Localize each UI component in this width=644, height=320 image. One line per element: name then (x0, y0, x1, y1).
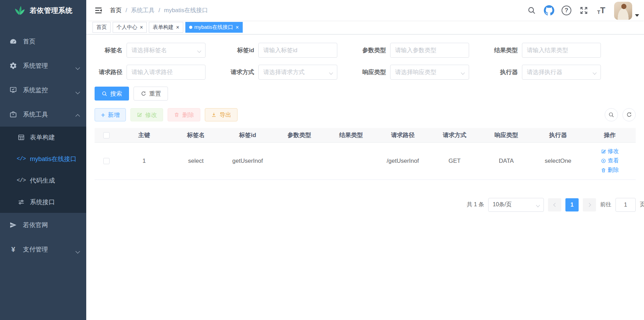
github-icon[interactable] (542, 3, 556, 18)
reset-button[interactable]: 重置 (134, 87, 168, 101)
table-header-row: 主键 标签名 标签id 参数类型 结果类型 请求路径 请求方式 响应类型 执行器… (95, 128, 636, 142)
export-button[interactable]: 导出 (205, 108, 238, 121)
field-label: 响应类型 (358, 68, 386, 76)
column-header: 参数类型 (273, 128, 325, 142)
tag-name-select[interactable]: 请选择标签名 (127, 43, 206, 58)
form-item-request-method: 请求方式 请选择请求方式 (226, 65, 337, 80)
refresh-icon (140, 91, 146, 97)
tab-home[interactable]: 首页 (92, 22, 111, 33)
column-header: 响应类型 (481, 128, 532, 142)
close-icon[interactable]: × (235, 24, 239, 31)
data-table: 主键 标签名 标签id 参数类型 结果类型 请求路径 请求方式 响应类型 执行器… (95, 128, 636, 180)
monitor-icon (9, 86, 17, 94)
next-page-button[interactable] (583, 198, 596, 211)
tab-label: mybatis在线接口 (194, 24, 233, 31)
row-checkbox[interactable] (103, 158, 110, 164)
sidebar-item-payment-manage[interactable]: ¥ 支付管理 (0, 237, 86, 262)
tab-profile[interactable]: 个人中心 × (113, 22, 147, 33)
breadcrumb-system-tools: 系统工具 (131, 6, 155, 14)
row-edit-link[interactable]: 修改 (601, 148, 619, 155)
avatar[interactable] (614, 2, 632, 20)
request-method-select[interactable]: 请选择请求方式 (258, 65, 337, 80)
sidebar-item-system-api[interactable]: 系统接口 (0, 191, 86, 213)
prev-page-button[interactable] (548, 198, 561, 211)
column-header: 结果类型 (325, 128, 377, 142)
sidebar-item-form-builder[interactable]: 表单构建 (0, 127, 86, 148)
export-button-label: 导出 (219, 111, 231, 119)
sidebar-item-label: 系统接口 (30, 198, 55, 206)
refresh-table-button[interactable] (622, 108, 636, 121)
row-view-link[interactable]: 查看 (601, 157, 619, 165)
pagination: 共 1 条 10条/页 1 前往 页 (95, 198, 644, 212)
close-icon[interactable]: × (140, 24, 143, 31)
response-type-select[interactable]: 请选择响应类型 (390, 65, 469, 80)
show-search-toggle-button[interactable] (605, 108, 618, 121)
chevron-down-icon (76, 64, 79, 71)
sidebar-item-code-gen[interactable]: </> 代码生成 (0, 170, 86, 191)
tag-id-field[interactable] (258, 43, 337, 58)
request-path-input[interactable] (131, 69, 201, 76)
field-label: 执行器 (490, 68, 518, 76)
main-area: 首页 / 系统工具 / mybatis在线接口 ? TT (86, 0, 644, 320)
search-form-row-2: 请求路径 请求方式 请选择请求方式 响应类型 请选择响应类型 (95, 65, 636, 80)
font-size-icon[interactable]: TT (595, 3, 608, 18)
toolbox-icon (9, 110, 17, 119)
search-button[interactable]: 搜索 (95, 87, 129, 101)
column-header: 主键 (118, 128, 170, 142)
trash-icon (174, 112, 179, 118)
chevron-down-icon (76, 88, 79, 95)
sidebar-item-label: 代码生成 (30, 176, 55, 185)
user-menu[interactable] (614, 1, 639, 20)
form-item-tag-id: 标签id (226, 43, 337, 58)
header-search-icon[interactable] (525, 3, 538, 18)
result-type-input[interactable] (527, 47, 596, 54)
sidebar-item-system-monitor[interactable]: 系统监控 (0, 78, 86, 102)
sidebar-item-mybatis-api[interactable]: </> mybatis在线接口 (0, 148, 86, 170)
search-icon (102, 91, 107, 97)
row-delete-label: 删除 (608, 167, 619, 174)
current-page-button[interactable]: 1 (565, 198, 579, 211)
sidebar-item-home[interactable]: 首页 (0, 29, 86, 54)
cell-param-type (273, 142, 325, 179)
executor-select[interactable]: 请选择执行器 (522, 65, 601, 80)
tab-mybatis-api[interactable]: mybatis在线接口 × (185, 22, 243, 33)
select-all-checkbox[interactable] (103, 132, 110, 138)
plus-icon: + (101, 111, 105, 119)
fullscreen-icon[interactable] (577, 3, 590, 18)
tab-form-builder[interactable]: 表单构建 × (149, 22, 183, 33)
yen-icon: ¥ (9, 245, 17, 254)
add-button[interactable]: + 新增 (95, 108, 126, 121)
goto-page-input[interactable] (615, 198, 636, 212)
breadcrumb: 首页 / 系统工具 / mybatis在线接口 (110, 6, 208, 14)
table-toolbar: + 新增 修改 删除 (95, 108, 636, 121)
help-icon[interactable]: ? (560, 3, 573, 18)
page-size-select[interactable]: 10条/页 (488, 198, 544, 212)
breadcrumb-home[interactable]: 首页 (110, 6, 122, 14)
tab-label: 表单构建 (153, 24, 174, 31)
column-header: 操作 (584, 128, 636, 142)
download-icon (211, 112, 217, 118)
param-type-field[interactable] (390, 43, 469, 58)
delete-button[interactable]: 删除 (168, 108, 200, 121)
request-path-field[interactable] (127, 65, 206, 80)
tag-id-input[interactable] (263, 47, 332, 54)
param-type-input[interactable] (395, 47, 464, 54)
sidebar-item-system-manage[interactable]: 系统管理 (0, 54, 86, 78)
row-delete-link[interactable]: 删除 (601, 167, 619, 174)
column-header: 标签id (222, 128, 274, 142)
edit-button[interactable]: 修改 (130, 108, 163, 121)
edit-icon (137, 112, 142, 118)
code-icon: </> (17, 176, 25, 185)
sidebar-item-official-site[interactable]: 若依官网 (0, 213, 86, 237)
chevron-down-icon (76, 247, 79, 255)
close-icon[interactable]: × (176, 24, 179, 31)
table-row[interactable]: 1 select getUserInof /getUserInof GET DA… (95, 142, 636, 179)
sidebar-item-system-tools[interactable]: 系统工具 (0, 102, 86, 127)
sidebar-collapse-button[interactable] (92, 5, 104, 16)
form-item-result-type: 结果类型 (490, 43, 601, 58)
select-placeholder: 请选择响应类型 (395, 68, 459, 76)
logo[interactable]: 若依管理系统 (0, 0, 86, 21)
chevron-down-icon (461, 69, 464, 75)
form-item-request-path: 请求路径 (95, 65, 206, 80)
result-type-field[interactable] (522, 43, 601, 58)
